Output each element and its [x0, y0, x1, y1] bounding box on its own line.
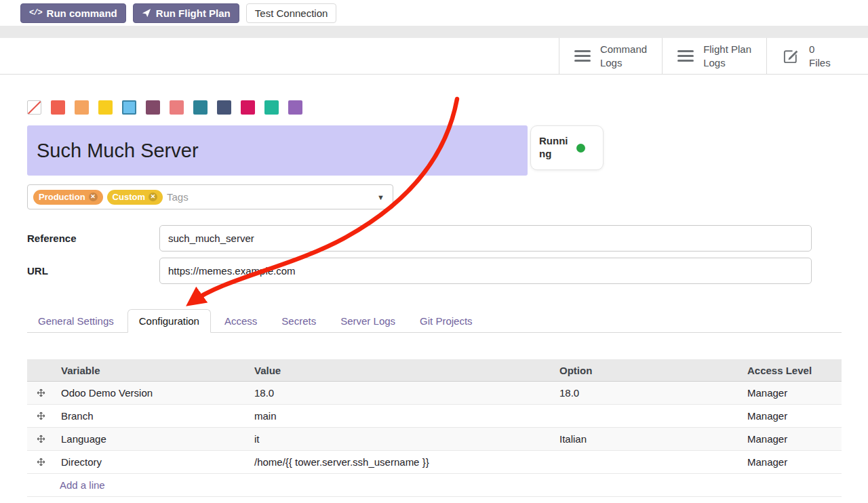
plane-icon: [142, 8, 151, 18]
cell-variable[interactable]: Language: [54, 433, 248, 445]
tab-secrets[interactable]: Secrets: [271, 310, 327, 332]
drag-handle-icon[interactable]: [27, 388, 54, 397]
table-header: Variable Value Option Access Level: [27, 359, 842, 382]
tab-server-logs[interactable]: Server Logs: [330, 310, 406, 332]
menu-icon: [677, 50, 694, 62]
cell-option[interactable]: Italian: [553, 433, 741, 445]
table-body: Odoo Demo Version 18.0 18.0 Manager Bran…: [27, 382, 842, 474]
color-swatch-1[interactable]: [51, 100, 65, 115]
color-swatch-8[interactable]: [217, 100, 231, 115]
code-icon: </>: [29, 8, 42, 18]
files-label: 0Files: [809, 43, 831, 69]
test-connection-button[interactable]: Test Connection: [246, 3, 337, 23]
cell-value[interactable]: 18.0: [248, 387, 553, 399]
edit-icon: [782, 47, 800, 65]
run-flight-plan-label: Run Flight Plan: [156, 7, 231, 19]
table-row: Directory /home/{{ tower.server.ssh_user…: [27, 451, 842, 474]
run-command-button[interactable]: </> Run command: [20, 3, 126, 23]
header-band: CommandLogs Flight PlanLogs 0Files: [0, 38, 868, 75]
table-row: Odoo Demo Version 18.0 18.0 Manager: [27, 382, 842, 405]
reference-label: Reference: [27, 225, 77, 252]
add-a-line-link[interactable]: Add a line: [54, 479, 842, 491]
cell-access-level[interactable]: Manager: [741, 456, 842, 468]
status-card: Running: [530, 125, 604, 170]
tab-general-settings[interactable]: General Settings: [27, 310, 125, 332]
cell-variable[interactable]: Branch: [54, 410, 248, 422]
flight-plan-logs-button[interactable]: Flight PlanLogs: [662, 38, 766, 74]
tags-placeholder: Tags: [167, 191, 189, 203]
add-line-row: Add a line: [27, 474, 842, 497]
column-header-access-level: Access Level: [741, 365, 842, 376]
menu-icon: [574, 50, 591, 62]
cell-value[interactable]: it: [248, 433, 553, 445]
drag-handle-icon[interactable]: [27, 458, 54, 466]
tag-production[interactable]: Production ✕: [33, 190, 103, 205]
cell-variable[interactable]: Directory: [54, 456, 248, 468]
color-swatch-11[interactable]: [288, 100, 302, 115]
notebook-tabs: General Settings Configuration Access Se…: [27, 308, 842, 333]
page: </> Run command Run Flight Plan Test Con…: [0, 0, 868, 503]
cell-access-level[interactable]: Manager: [741, 410, 842, 422]
cell-value[interactable]: main: [248, 410, 553, 422]
run-flight-plan-button[interactable]: Run Flight Plan: [133, 3, 239, 23]
separator-strip: [0, 26, 868, 38]
color-swatch-10[interactable]: [264, 100, 279, 115]
color-swatch-6[interactable]: [170, 100, 184, 115]
status-label: Running: [539, 135, 570, 161]
drag-handle-icon[interactable]: [27, 411, 54, 420]
tab-git-projects[interactable]: Git Projects: [409, 310, 484, 332]
chevron-down-icon[interactable]: ▼: [377, 193, 384, 201]
table-row: Language it Italian Manager: [27, 428, 842, 451]
column-header-variable: Variable: [54, 365, 248, 376]
server-name-text: Such Much Server: [37, 140, 199, 162]
top-toolbar: </> Run command Run Flight Plan Test Con…: [0, 0, 868, 26]
cell-access-level[interactable]: Manager: [741, 433, 842, 445]
cell-variable[interactable]: Odoo Demo Version: [54, 387, 248, 399]
run-command-label: Run command: [47, 7, 117, 19]
cell-access-level[interactable]: Manager: [741, 387, 842, 399]
color-palette: [27, 100, 302, 115]
tab-access[interactable]: Access: [214, 310, 268, 332]
table-row: Branch main Manager: [27, 405, 842, 428]
remove-tag-icon[interactable]: ✕: [89, 193, 98, 201]
tags-field[interactable]: Production ✕ Custom ✕ Tags ▼: [27, 184, 393, 209]
reference-input[interactable]: [159, 225, 812, 252]
color-swatch-9[interactable]: [241, 100, 255, 115]
url-label: URL: [27, 258, 48, 284]
url-input[interactable]: [159, 258, 812, 284]
color-swatch-0[interactable]: [27, 100, 41, 115]
column-header-value: Value: [248, 365, 553, 376]
variables-table: Variable Value Option Access Level Odoo …: [27, 359, 842, 497]
command-logs-label: CommandLogs: [600, 43, 647, 69]
server-name-field[interactable]: Such Much Server: [27, 125, 528, 176]
tag-production-label: Production: [39, 192, 85, 202]
cell-value[interactable]: /home/{{ tower.server.ssh_username }}: [248, 456, 553, 468]
test-connection-label: Test Connection: [255, 7, 328, 19]
files-button[interactable]: 0Files: [766, 38, 868, 74]
tag-custom[interactable]: Custom ✕: [107, 190, 163, 205]
remove-tag-icon[interactable]: ✕: [149, 193, 157, 201]
cell-option[interactable]: 18.0: [553, 387, 741, 399]
color-swatch-4[interactable]: [122, 100, 136, 115]
color-swatch-7[interactable]: [193, 100, 208, 115]
tag-custom-label: Custom: [113, 192, 145, 202]
color-swatch-2[interactable]: [75, 100, 89, 115]
command-logs-button[interactable]: CommandLogs: [559, 38, 662, 74]
flight-plan-logs-label: Flight PlanLogs: [703, 43, 751, 69]
color-swatch-5[interactable]: [146, 100, 160, 115]
column-header-option: Option: [553, 365, 741, 376]
color-swatch-3[interactable]: [98, 100, 113, 115]
stat-buttons: CommandLogs Flight PlanLogs 0Files: [559, 38, 868, 74]
tab-configuration[interactable]: Configuration: [127, 309, 211, 333]
drag-handle-icon[interactable]: [27, 435, 54, 443]
status-dot: [576, 144, 585, 153]
